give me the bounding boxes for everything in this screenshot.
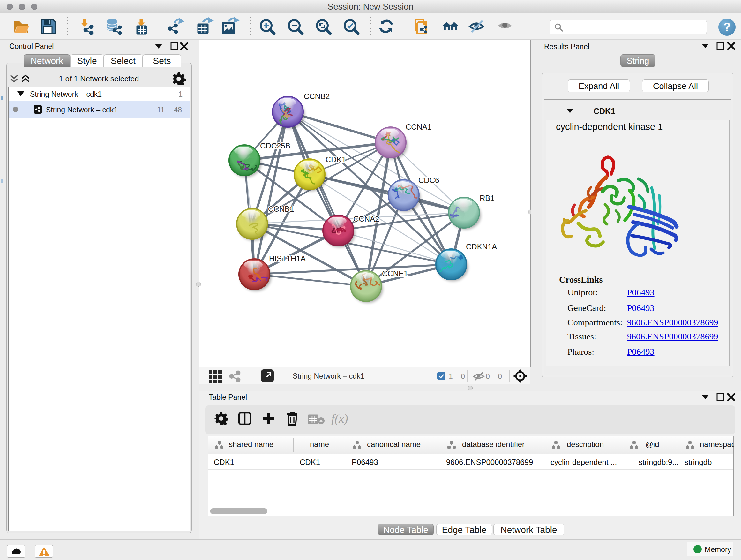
svg-text:CCNB2: CCNB2 [304, 92, 330, 101]
svg-text:CDC6: CDC6 [418, 176, 439, 185]
svg-text:CCNB1: CCNB1 [268, 205, 294, 213]
svg-text:CCNE1: CCNE1 [382, 269, 408, 278]
svg-text:HIST1H1A: HIST1H1A [269, 254, 306, 263]
svg-text:CDC25B: CDC25B [260, 141, 290, 150]
svg-text:CDK1: CDK1 [326, 155, 346, 164]
svg-text:RB1: RB1 [480, 194, 495, 202]
svg-text:CDKN1A: CDKN1A [466, 242, 497, 251]
svg-text:CCNA2: CCNA2 [353, 214, 379, 223]
svg-text:CCNA1: CCNA1 [406, 123, 431, 131]
